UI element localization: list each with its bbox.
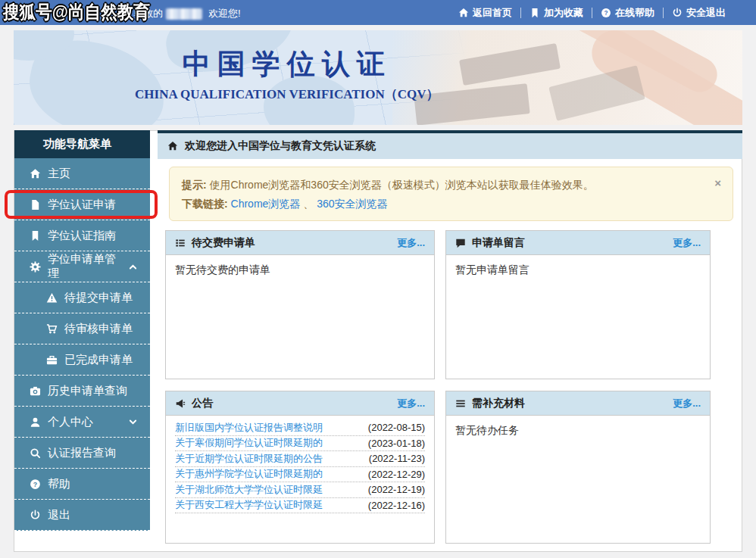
justify-icon — [455, 398, 466, 409]
greeting-suffix: 欢迎您! — [208, 7, 241, 20]
notice-line2: 下载链接: Chrome浏览器 、 360安全浏览器 — [182, 195, 720, 214]
camera-icon — [30, 385, 41, 397]
announcement-link[interactable]: 关于惠州学院学位认证时限延期的 — [175, 467, 323, 481]
home-icon — [458, 8, 469, 18]
topbar-menu: 返回首页 加为收藏 ? 在线帮助 安全退出 — [458, 0, 726, 25]
chrome-download-link[interactable]: Chrome浏览器 — [231, 198, 301, 210]
dashboard-panels: 待交费申请单 更多... 暂无待交费的申请单 申请单留言 更多... 暂无申请单… — [165, 230, 735, 544]
announcement-row: 关于西安工程大学学位认证时限延 (2022-12-16) — [175, 498, 425, 514]
notice-line1: 提示: 使用Chrome浏览器和360安全浏览器（极速模式）浏览本站以获取最佳体… — [182, 176, 720, 195]
panel-empty-text: 暂无申请单留言 — [446, 255, 710, 379]
sidebar-item-help[interactable]: ? 帮助 — [14, 469, 150, 500]
sidebar-item-application-management[interactable]: 学位申请单管理 — [14, 251, 150, 282]
home-icon — [30, 168, 41, 179]
announcement-row: 新旧版国内学位认证报告调整说明 (2022-08-15) — [175, 420, 425, 436]
sidebar-header: 功能导航菜单 — [14, 130, 150, 158]
more-link[interactable]: 更多... — [673, 397, 701, 410]
announcement-row: 关于近期学位认证时限延期的公告 (2022-11-23) — [175, 451, 425, 467]
360-download-link[interactable]: 360安全浏览器 — [317, 198, 387, 210]
sidebar-item-pending-submit[interactable]: 待提交申请单 — [14, 282, 150, 313]
comment-icon — [455, 238, 466, 248]
return-home-link[interactable]: 返回首页 — [458, 6, 512, 20]
bookmark-icon — [530, 8, 540, 18]
more-link[interactable]: 更多... — [397, 236, 425, 250]
search-icon — [30, 447, 41, 459]
gear-icon — [30, 261, 41, 273]
announcement-link[interactable]: 关于湖北师范大学学位认证时限延 — [175, 483, 323, 497]
announcement-date: (2023-01-18) — [368, 438, 425, 449]
sidebar-item-personal-center[interactable]: 个人中心 — [14, 407, 150, 438]
file-icon — [30, 199, 41, 210]
main-content: 欢迎您进入中国学位与教育文凭认证系统 提示: 使用Chrome浏览器和360安全… — [158, 130, 742, 555]
announcement-date: (2022-11-23) — [369, 453, 425, 464]
panel-header: 待交费申请单 更多... — [166, 231, 434, 255]
panel-announcements: 公告 更多... 新旧版国内学位认证报告调整说明 (2022-08-15) 关于… — [165, 391, 435, 544]
help-circle-icon: ? — [30, 479, 41, 490]
menu-divider — [520, 8, 521, 18]
safe-logout-link[interactable]: 安全退出 — [672, 6, 726, 20]
sidebar-item-degree-application[interactable]: 学位认证申请 — [14, 189, 150, 220]
home-icon — [167, 141, 178, 151]
power-icon — [30, 510, 41, 521]
more-link[interactable]: 更多... — [397, 397, 425, 410]
announcement-link[interactable]: 关于寒假期间学位认证时限延期的 — [175, 436, 323, 450]
announcement-date: (2022-12-29) — [368, 469, 425, 480]
announcement-row: 关于惠州学院学位认证时限延期的 (2022-12-29) — [175, 467, 425, 483]
chevron-up-icon — [128, 262, 138, 272]
announcement-date: (2022-08-15) — [368, 422, 425, 433]
sidebar-item-pending-review[interactable]: 待审核申请单 — [14, 313, 150, 344]
sidebar: 功能导航菜单 主页 学位认证申请 学位认证指南 学位申请单管理 待提交申请单 待… — [14, 130, 150, 531]
photo-graduation-cap-shape — [548, 65, 645, 121]
announcement-link[interactable]: 关于西安工程大学学位认证时限延 — [175, 498, 323, 512]
menu-divider — [663, 8, 664, 18]
sidebar-item-report-query[interactable]: 认证报告查询 — [14, 438, 150, 469]
panel-empty-text: 暂无待交费的申请单 — [166, 255, 434, 379]
site-banner: 中国学位认证 CHINA QUALIFICATION VERIFICATION（… — [14, 30, 742, 125]
briefcase-icon — [46, 354, 58, 366]
warning-icon — [46, 292, 58, 304]
chevron-down-icon — [128, 417, 138, 427]
bookmark-icon — [30, 230, 41, 242]
welcome-bar: 欢迎您进入中国学位与教育文凭认证系统 — [158, 130, 742, 159]
site-title: 中国学位认证 — [14, 45, 561, 83]
panel-header: 申请单留言 更多... — [446, 231, 710, 255]
sidebar-item-home[interactable]: 主页 — [14, 158, 150, 189]
sohu-watermark: 搜狐号@尚自然教育 — [3, 0, 150, 24]
browser-notice: 提示: 使用Chrome浏览器和360安全浏览器（极速模式）浏览本站以获取最佳体… — [169, 167, 733, 221]
announcement-list: 新旧版国内学位认证报告调整说明 (2022-08-15) 关于寒假期间学位认证时… — [166, 416, 434, 543]
announcement-link[interactable]: 关于近期学位认证时限延期的公告 — [175, 452, 323, 466]
list-icon — [175, 238, 186, 248]
banner-text: 中国学位认证 CHINA QUALIFICATION VERIFICATION（… — [14, 45, 561, 103]
site-subtitle: CHINA QUALIFICATION VERIFICATION（CQV） — [14, 86, 561, 103]
announcement-row: 关于寒假期间学位认证时限延期的 (2023-01-18) — [175, 436, 425, 452]
welcome-text: 欢迎您进入中国学位与教育文凭认证系统 — [185, 139, 376, 153]
sidebar-item-completed[interactable]: 已完成申请单 — [14, 344, 150, 376]
announcement-date: (2022-12-16) — [368, 500, 425, 511]
megaphone-icon — [175, 398, 186, 409]
online-help-link[interactable]: ? 在线帮助 — [601, 6, 654, 20]
redacted-username — [166, 8, 202, 20]
panel-supplementary-materials: 需补充材料 更多... 暂无待办任务 — [445, 391, 711, 544]
power-icon — [672, 8, 683, 18]
menu-divider — [592, 8, 592, 18]
sidebar-item-logout[interactable]: 退出 — [14, 500, 150, 531]
sidebar-item-guide[interactable]: 学位认证指南 — [14, 220, 150, 251]
svg-text:?: ? — [604, 8, 608, 16]
content-container: 功能导航菜单 主页 学位认证申请 学位认证指南 学位申请单管理 待提交申请单 待… — [14, 130, 742, 552]
panel-pending-payment: 待交费申请单 更多... 暂无待交费的申请单 — [165, 230, 435, 379]
cart-icon — [46, 323, 58, 335]
close-icon[interactable]: × — [714, 173, 721, 192]
panel-header: 公告 更多... — [166, 391, 434, 416]
announcement-date: (2022-12-19) — [368, 484, 425, 495]
user-icon — [30, 416, 41, 428]
more-link[interactable]: 更多... — [673, 236, 701, 250]
announcement-row: 关于湖北师范大学学位认证时限延 (2022-12-19) — [175, 482, 425, 498]
announcement-link[interactable]: 新旧版国内学位认证报告调整说明 — [175, 421, 323, 435]
panel-application-messages: 申请单留言 更多... 暂无申请单留言 — [445, 230, 711, 379]
svg-text:?: ? — [33, 480, 37, 488]
panel-empty-text: 暂无待办任务 — [446, 416, 710, 543]
add-favorite-link[interactable]: 加为收藏 — [530, 6, 583, 20]
panel-header: 需补充材料 更多... — [446, 391, 710, 416]
sidebar-item-history-query[interactable]: 历史申请单查询 — [14, 376, 150, 407]
help-circle-icon: ? — [601, 8, 611, 18]
